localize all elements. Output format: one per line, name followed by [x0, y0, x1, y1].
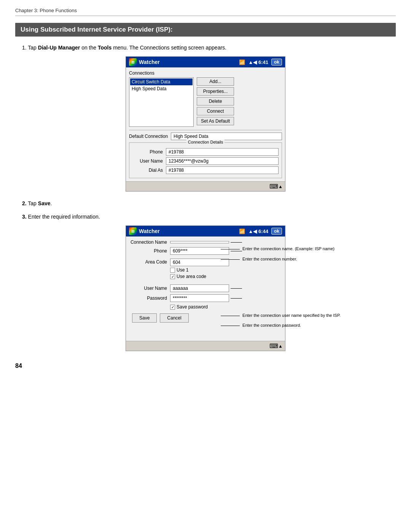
- win2-titlebar-left: ⊞ Watcher: [129, 227, 160, 235]
- detail-username-label: User Name: [132, 158, 163, 164]
- win1-title: Watcher: [139, 59, 160, 65]
- keyboard-icon: ⌨: [269, 183, 278, 190]
- conn-name-field[interactable]: [170, 241, 229, 243]
- password-line: [231, 298, 242, 299]
- win2-ok-button[interactable]: ok: [271, 228, 282, 235]
- use-area-code-row: ✓ Use area code: [170, 274, 229, 279]
- user-name-row: User Name aaaaaa: [129, 284, 282, 292]
- annotation-line-1: [221, 249, 240, 249]
- connect-button[interactable]: Connect: [197, 107, 234, 115]
- annotation-username-text: Enter the connection user name specified…: [242, 313, 341, 318]
- step3-content: Enter the required information.: [28, 214, 100, 220]
- detail-dialas-row: Dial As #19788: [132, 166, 279, 174]
- save-password-area: ✓ Save password: [129, 304, 282, 310]
- save-password-checkbox[interactable]: ✓: [170, 305, 175, 310]
- password-row: Password ********: [129, 294, 282, 302]
- win1-titlebar: ⊞ Watcher 📶 ▲◀ 6:41 ok: [126, 57, 285, 67]
- win1-connections-list[interactable]: Circuit Switch Data High Speed Data: [129, 77, 194, 127]
- section-title: Using Subscribed Internet Service Provid…: [15, 23, 396, 37]
- user-name-line: [231, 288, 242, 289]
- annotation-phone: Enter the connection number.: [221, 257, 297, 261]
- chapter-title: Chapter 3: Phone Functions: [15, 8, 77, 13]
- win1-connections-area: Circuit Switch Data High Speed Data Add.…: [129, 77, 282, 127]
- default-conn-row: Default Connection High Speed Data: [129, 130, 282, 140]
- area-code-stack: 604 Use 1 ✓ Use area code: [170, 259, 229, 279]
- use1-checkbox[interactable]: [170, 268, 175, 273]
- area-code-field[interactable]: 604: [170, 259, 229, 266]
- win1-ok-button[interactable]: ok: [271, 59, 282, 66]
- properties-button[interactable]: Properties...: [197, 87, 234, 96]
- win2-logo-icon: ⊞: [129, 227, 137, 235]
- annotation-conn-name: Enter the connection name. (Example: ISP…: [221, 246, 335, 251]
- area-code-row: Area Code 604 Use 1 ✓ Use area code: [129, 259, 282, 279]
- annotation-password: Enter the connection password.: [221, 323, 301, 328]
- win2-title: Watcher: [139, 228, 160, 234]
- win2-keyboard-icon: ⌨: [269, 342, 278, 350]
- window1-mockup: ⊞ Watcher 📶 ▲◀ 6:41 ok Connections Circu…: [126, 56, 285, 192]
- save-password-row: ✓ Save password: [170, 304, 282, 310]
- win1-body: Connections Circuit Switch Data High Spe…: [126, 67, 285, 181]
- conn-item-1[interactable]: High Speed Data: [130, 85, 193, 92]
- win2-bottom-bar: ⌨ ▲: [126, 341, 285, 351]
- phone-label: Phone: [129, 248, 167, 254]
- annotation-line-2: [221, 259, 240, 260]
- win1-signal: ▲◀ 6:41: [248, 59, 268, 65]
- step2-after: .: [51, 200, 52, 206]
- step1-text: 1. Tap Dial-Up Manager on the Tools menu…: [22, 43, 396, 52]
- password-label: Password: [129, 296, 167, 301]
- spacer1: [129, 281, 282, 284]
- use-area-code-checkbox[interactable]: ✓: [170, 274, 175, 279]
- set-as-default-button[interactable]: Set As Default: [197, 117, 234, 125]
- step1-bold1: Dial-Up Manager: [38, 45, 80, 51]
- window2-outer: ⊞ Watcher 📶 ▲◀ 6:44 ok Connection Name P…: [57, 225, 354, 351]
- detail-dialas-field[interactable]: #19788: [166, 166, 279, 174]
- win1-logo-icon: ⊞: [129, 58, 137, 66]
- password-field[interactable]: ********: [170, 294, 229, 302]
- add-button[interactable]: Add...: [197, 77, 234, 86]
- conn-name-line: [231, 242, 242, 243]
- step1-after: menu. The Connections setting screen app…: [112, 45, 226, 51]
- win2-titlebar-right: 📶 ▲◀ 6:44 ok: [239, 228, 282, 235]
- chapter-header: Chapter 3: Phone Functions: [15, 8, 396, 16]
- window1: ⊞ Watcher 📶 ▲◀ 6:41 ok Connections Circu…: [126, 56, 285, 192]
- annotation-conn-name-text: Enter the connection name. (Example: ISP…: [242, 246, 335, 251]
- default-conn-field[interactable]: High Speed Data: [171, 133, 282, 140]
- annotation-password-text: Enter the connection password.: [242, 323, 301, 328]
- win2-titlebar: ⊞ Watcher 📶 ▲◀ 6:44 ok: [126, 226, 285, 236]
- delete-button[interactable]: Delete: [197, 97, 234, 105]
- annotation-phone-text: Enter the connection number.: [242, 257, 297, 261]
- user-name-field[interactable]: aaaaaa: [170, 284, 229, 292]
- use-area-code-label: Use area code: [177, 274, 206, 279]
- win2-scroll-up-icon: ▲: [278, 343, 283, 349]
- step2-text: 2. Tap Save.: [22, 199, 396, 208]
- annotation-line-3: [221, 316, 240, 316]
- cancel-button[interactable]: Cancel: [160, 313, 188, 323]
- step2-bold: Save: [38, 200, 51, 206]
- page-number: 84: [15, 363, 396, 369]
- annotation-line-4: [221, 326, 240, 326]
- detail-username-field[interactable]: 123456****@vzw3g: [166, 157, 279, 165]
- detail-phone-row: Phone #19788: [132, 148, 279, 156]
- save-button[interactable]: Save: [132, 313, 157, 323]
- scroll-up-icon: ▲: [278, 184, 283, 189]
- step1-before: Tap: [28, 45, 38, 51]
- use1-row: Use 1: [170, 267, 229, 273]
- conn-item-0[interactable]: Circuit Switch Data: [130, 78, 193, 85]
- default-conn-label: Default Connection: [129, 134, 168, 139]
- detail-phone-label: Phone: [132, 149, 163, 155]
- conn-name-label: Connection Name: [129, 240, 167, 245]
- area-code-label: Area Code: [129, 259, 167, 265]
- win1-signal-icon: 📶: [239, 59, 245, 65]
- step2-num: 2.: [22, 200, 27, 206]
- win2-signal: ▲◀ 6:44: [248, 228, 268, 234]
- win1-bottom-bar: ⌨ ▲: [126, 181, 285, 191]
- step1-bold2: Tools: [98, 45, 112, 51]
- step1-num: 1.: [22, 45, 27, 51]
- conn-details-legend: Connection Details: [186, 140, 225, 144]
- user-name-label: User Name: [129, 286, 167, 291]
- detail-phone-field[interactable]: #19788: [166, 148, 279, 156]
- window2: ⊞ Watcher 📶 ▲◀ 6:44 ok Connection Name P…: [126, 225, 285, 351]
- annotation-username: Enter the connection user name specified…: [221, 313, 341, 318]
- conn-details-group: Connection Details Phone #19788 User Nam…: [129, 142, 282, 178]
- phone-field[interactable]: 609****: [170, 247, 229, 255]
